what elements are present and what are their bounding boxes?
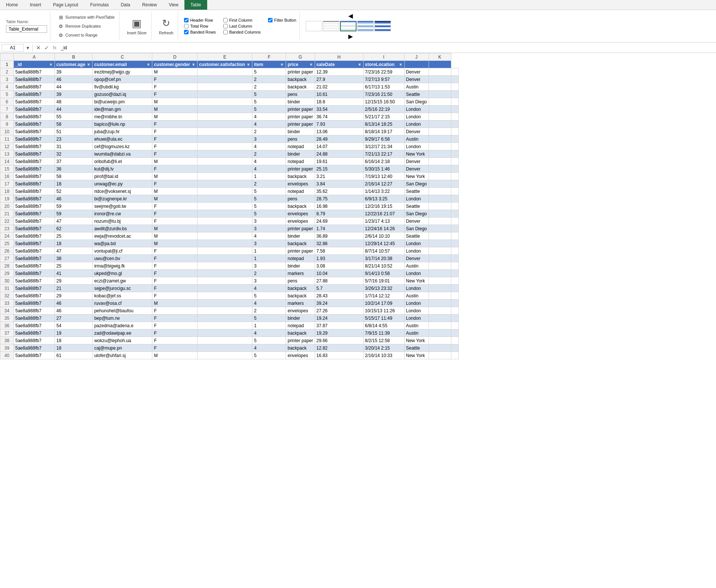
table-cell[interactable]: backpack (286, 292, 315, 300)
table-cell[interactable]: 2 (252, 150, 286, 158)
table-cell[interactable]: 2/6/14 10:10 (363, 232, 404, 240)
table-cell[interactable] (197, 180, 252, 188)
table-cell[interactable]: 5ae8a988fb7 (14, 68, 55, 76)
table-cell[interactable] (197, 203, 252, 210)
header-storelocation[interactable]: storeLocation ▾ (363, 61, 404, 68)
filter-price-button[interactable]: ▾ (309, 62, 313, 67)
table-cell[interactable]: printer paper (286, 247, 315, 255)
table-cell[interactable]: 1.74 (315, 225, 363, 232)
table-cell[interactable]: 5ae8a988fb7 (14, 352, 55, 359)
confirm-formula-button[interactable]: ✓ (43, 45, 50, 51)
table-cell[interactable]: 12.82 (315, 344, 363, 352)
table-cell[interactable]: 4 (252, 121, 286, 128)
table-cell[interactable]: 32 (55, 150, 93, 158)
table-cell[interactable]: F (152, 91, 197, 98)
table-cell[interactable]: 46 (55, 76, 93, 83)
table-cell[interactable]: 16.83 (315, 352, 363, 359)
table-cell[interactable]: 4 (252, 344, 286, 352)
tab-home[interactable]: Home (0, 0, 24, 10)
table-cell[interactable]: 51 (55, 128, 93, 135)
table-cell[interactable]: 21 (55, 285, 93, 292)
table-cell[interactable]: 3/17/14 20:38 (363, 255, 404, 262)
table-cell[interactable]: San Diego (404, 180, 429, 188)
table-cell[interactable]: binder (286, 98, 315, 106)
table-cell[interactable]: bep@tum.rw (93, 315, 152, 322)
table-cell[interactable]: London (404, 195, 429, 203)
table-cell[interactable]: 5 (252, 352, 286, 359)
table-cell[interactable]: F (152, 128, 197, 135)
table-cell[interactable]: 2 (252, 270, 286, 277)
filter-item-button[interactable]: ▾ (280, 62, 284, 67)
table-cell[interactable]: London (404, 106, 429, 113)
table-cell[interactable]: London (404, 307, 429, 315)
table-cell[interactable]: F (152, 150, 197, 158)
table-cell[interactable]: backpack (286, 344, 315, 352)
table-cell[interactable]: printer paper (286, 121, 315, 128)
table-cell[interactable]: 33.54 (315, 106, 363, 113)
summarize-pivot-button[interactable]: ⊞ Summarize with PivotTable (56, 13, 116, 21)
table-cell[interactable]: London (404, 247, 429, 255)
table-cell[interactable]: 18 (55, 240, 93, 247)
table-cell[interactable]: 4 (252, 285, 286, 292)
table-cell[interactable]: F (152, 337, 197, 344)
table-cell[interactable]: 12/22/16 21:07 (363, 210, 404, 218)
banded-rows-checkbox-label[interactable]: Banded Rows (184, 30, 216, 34)
table-name-input[interactable] (6, 25, 47, 33)
table-cell[interactable]: San Diego (404, 225, 429, 232)
table-cell[interactable]: F (152, 270, 197, 277)
table-cell[interactable]: Denver (404, 128, 429, 135)
table-cell[interactable]: 7/23/16 22:59 (363, 68, 404, 76)
table-cell[interactable]: sejpe@jurocigu.sc (93, 285, 152, 292)
table-cell[interactable]: Austin (404, 83, 429, 91)
table-cell[interactable]: 5ae8a988fb7 (14, 121, 55, 128)
col-header-A[interactable]: A (14, 53, 55, 61)
table-cell[interactable]: M (152, 106, 197, 113)
table-cell[interactable]: notepad (286, 255, 315, 262)
table-cell[interactable]: 5ae8a988fb7 (14, 277, 55, 285)
table-cell[interactable]: London (404, 270, 429, 277)
col-header-J[interactable]: J (404, 53, 429, 61)
table-cell[interactable]: Denver (404, 255, 429, 262)
table-cell[interactable]: 5 (252, 106, 286, 113)
table-cell[interactable]: 5 (252, 98, 286, 106)
cell-reference-input[interactable] (1, 44, 24, 51)
table-cell[interactable]: F (152, 76, 197, 83)
table-cell[interactable]: me@mibhe.tn (93, 113, 152, 121)
table-cell[interactable]: 10/2/14 17:09 (363, 300, 404, 307)
table-cell[interactable]: 46 (55, 307, 93, 315)
table-cell[interactable]: 5ae8a988fb7 (14, 106, 55, 113)
table-cell[interactable]: M (152, 232, 197, 240)
table-cell[interactable]: bi@zugnenpe.kr (93, 195, 152, 203)
table-cell[interactable]: 1/14/13 3:22 (363, 188, 404, 195)
table-cell[interactable]: printer paper (286, 113, 315, 121)
table-cell[interactable]: 3 (252, 277, 286, 285)
table-cell[interactable] (197, 255, 252, 262)
table-cell[interactable]: M (152, 188, 197, 195)
table-cell[interactable]: 47 (55, 247, 93, 255)
table-cell[interactable]: 5 (252, 68, 286, 76)
table-cell[interactable]: zad@odawipap.ee (93, 329, 152, 337)
table-cell[interactable] (197, 98, 252, 106)
table-cell[interactable]: Austin (404, 262, 429, 270)
table-cell[interactable]: F (152, 262, 197, 270)
col-header-D[interactable]: D (152, 53, 197, 61)
tab-table[interactable]: Table (184, 0, 207, 10)
table-cell[interactable]: nozum@tu.bj (93, 218, 152, 225)
table-cell[interactable]: unwag@ec.py (93, 180, 152, 188)
table-cell[interactable]: 10.61 (315, 91, 363, 98)
table-cell[interactable]: 5ae8a988fb7 (14, 344, 55, 352)
table-cell[interactable]: 5ae8a988fb7 (14, 203, 55, 210)
filter-saledate-button[interactable]: ▾ (358, 62, 362, 67)
table-cell[interactable]: 2/16/14 12:27 (363, 180, 404, 188)
table-cell[interactable]: 8/18/14 19:17 (363, 128, 404, 135)
table-cell[interactable] (197, 150, 252, 158)
table-cell[interactable] (197, 307, 252, 315)
table-cell[interactable]: 5.7 (315, 285, 363, 292)
table-cell[interactable]: 12/29/14 12:45 (363, 240, 404, 247)
table-cell[interactable]: ruvav@osa.cf (93, 300, 152, 307)
table-cell[interactable]: 5ae8a988fb7 (14, 225, 55, 232)
table-cell[interactable]: 59 (55, 203, 93, 210)
table-cell[interactable]: Denver (404, 76, 429, 83)
table-cell[interactable]: Denver (404, 165, 429, 173)
table-cell[interactable]: 5ae8a988fb7 (14, 315, 55, 322)
